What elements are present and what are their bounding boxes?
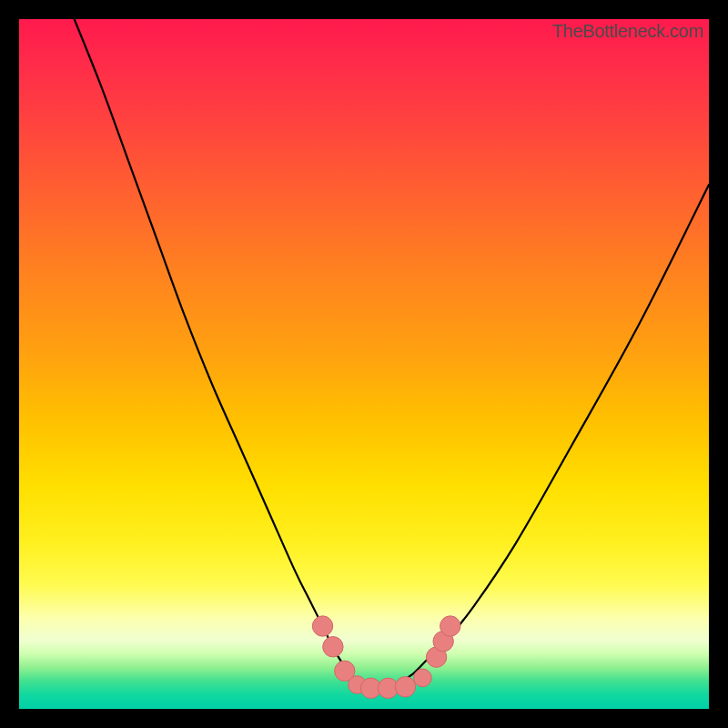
- chart-frame: TheBottleneck.com: [0, 0, 728, 728]
- curve-marker: [414, 669, 432, 687]
- chart-plot-area: TheBottleneck.com: [19, 19, 709, 709]
- bottleneck-curve: [75, 19, 709, 689]
- curve-layer: [19, 19, 709, 709]
- curve-markers: [312, 616, 460, 699]
- curve-marker: [312, 616, 332, 636]
- curve-marker: [395, 677, 415, 697]
- curve-marker: [323, 637, 343, 657]
- curve-marker: [440, 616, 460, 636]
